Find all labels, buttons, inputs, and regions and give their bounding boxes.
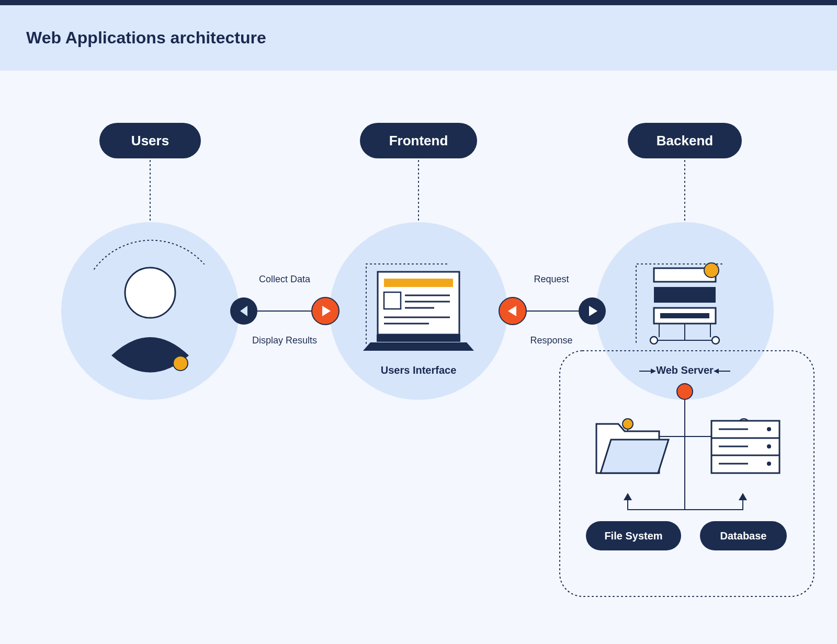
svg-point-40 xyxy=(767,427,771,431)
flow-display-results: Display Results xyxy=(252,335,317,346)
frontend-sub-label: Users Interface xyxy=(381,364,457,376)
database-label: Database xyxy=(720,530,767,542)
users-pill-label: Users xyxy=(131,133,169,148)
svg-point-13 xyxy=(704,263,719,278)
hub-dot-icon xyxy=(677,384,693,399)
backend-pill-label: Backend xyxy=(657,133,713,148)
flow-collect-data: Collect Data xyxy=(259,274,311,284)
arrow-up-icon xyxy=(739,493,747,500)
page-title: Web Applications architecture xyxy=(26,28,811,48)
svg-point-21 xyxy=(650,337,658,344)
filesystem-label: File System xyxy=(604,530,662,542)
svg-point-1 xyxy=(173,356,188,371)
svg-rect-14 xyxy=(654,287,716,303)
diagram-canvas: Users Frontend Users Interface Backend xyxy=(0,71,837,644)
top-bar xyxy=(0,0,837,5)
flow-response: Response xyxy=(530,335,572,346)
svg-point-42 xyxy=(767,462,771,466)
svg-rect-16 xyxy=(660,313,709,318)
svg-marker-10 xyxy=(363,342,474,351)
page-header: Web Applications architecture xyxy=(0,5,837,71)
svg-point-22 xyxy=(712,337,719,344)
backend-sub-label: Web Server xyxy=(656,364,714,376)
flow-request: Request xyxy=(534,274,569,284)
folder-icon xyxy=(596,424,669,473)
svg-point-41 xyxy=(767,444,771,448)
svg-rect-11 xyxy=(377,335,460,342)
laptop-icon xyxy=(363,272,474,351)
database-icon xyxy=(711,421,779,473)
arrow-up-icon xyxy=(624,493,632,500)
architecture-diagram: Users Frontend Users Interface Backend xyxy=(0,71,837,644)
svg-point-0 xyxy=(125,268,175,318)
svg-rect-3 xyxy=(384,279,453,287)
frontend-pill-label: Frontend xyxy=(389,133,448,148)
svg-point-32 xyxy=(623,419,633,429)
